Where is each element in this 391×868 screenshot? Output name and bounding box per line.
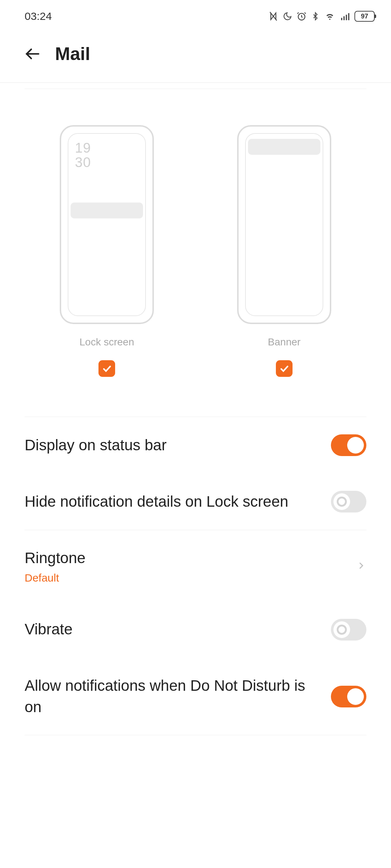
page-title: Mail [55,43,90,64]
chevron-right-icon [356,558,366,573]
ringtone-row[interactable]: Ringtone Default [25,530,366,601]
back-icon[interactable] [25,46,41,62]
vibrate-row[interactable]: Vibrate [25,601,366,658]
svg-rect-3 [344,16,345,20]
header: Mail [0,33,391,83]
hide-details-label: Hide notification details on Lock screen [25,491,316,512]
display-status-bar-row[interactable]: Display on status bar [25,417,366,473]
bluetooth-icon [311,11,320,21]
banner-phone-mockup [237,125,331,324]
display-status-bar-toggle[interactable] [331,434,366,456]
wifi-icon [324,11,336,21]
lock-screen-label: Lock screen [80,336,134,348]
notification-style-preview: 19 30 Lock screen Banner [25,89,366,399]
ringtone-label: Ringtone [25,548,342,569]
nfc-icon [268,11,278,21]
allow-dnd-row[interactable]: Allow notifications when Do Not Disturb … [25,658,366,735]
svg-rect-5 [348,13,349,20]
vibrate-label: Vibrate [25,619,316,640]
vibrate-toggle[interactable] [331,619,366,641]
battery-icon: 97 [354,11,375,22]
hide-details-row[interactable]: Hide notification details on Lock screen [25,473,366,530]
alarm-icon [297,11,307,21]
status-icons: 97 [268,11,375,22]
banner-checkbox[interactable] [276,360,293,377]
check-icon [279,363,289,374]
lock-screen-checkbox[interactable] [98,360,115,377]
allow-dnd-label: Allow notifications when Do Not Disturb … [25,675,316,718]
svg-rect-4 [346,15,347,20]
moon-icon [283,12,292,21]
allow-dnd-toggle[interactable] [331,686,366,707]
status-time: 03:24 [25,10,52,22]
signal-icon [340,12,350,21]
notification-placeholder [71,203,143,218]
lock-screen-phone-mockup: 19 30 [60,125,154,324]
notification-placeholder [248,139,320,155]
banner-preview[interactable]: Banner [237,125,331,377]
svg-rect-2 [341,18,342,20]
status-bar: 03:24 97 [0,0,391,33]
check-icon [102,363,112,374]
hide-details-toggle[interactable] [331,491,366,512]
banner-label: Banner [268,336,300,348]
lock-time: 19 30 [75,141,139,170]
lock-screen-preview[interactable]: 19 30 Lock screen [60,125,154,377]
ringtone-value: Default [25,572,342,584]
display-status-bar-label: Display on status bar [25,435,316,456]
divider [25,735,366,735]
